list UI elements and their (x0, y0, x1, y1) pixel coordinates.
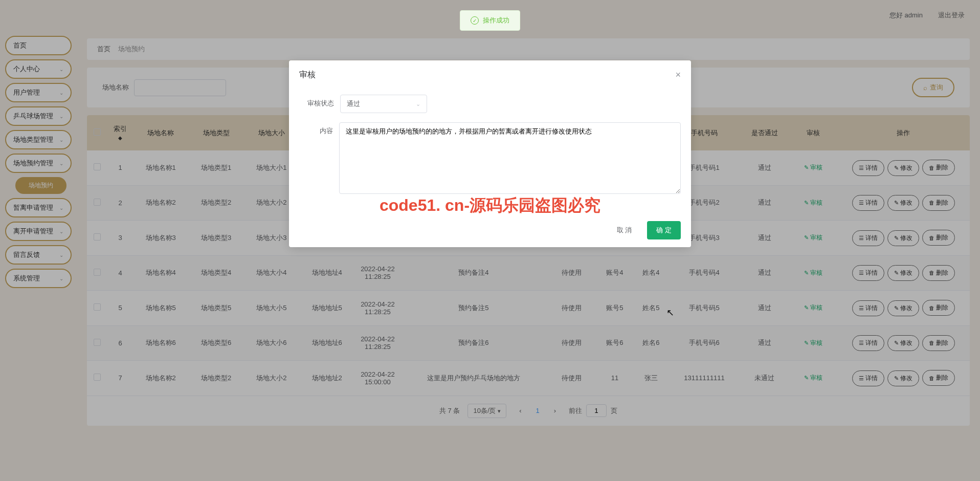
status-label: 审核状态 (299, 95, 340, 108)
modal-title: 审核 (299, 70, 316, 80)
confirm-button[interactable]: 确 定 (647, 221, 681, 239)
chevron-down-icon: ⌄ (416, 101, 420, 107)
success-toast: ✓ 操作成功 (460, 10, 520, 31)
content-textarea[interactable] (339, 122, 681, 194)
status-select[interactable]: 通过 ⌄ (340, 95, 427, 113)
toast-text: 操作成功 (483, 16, 509, 25)
check-icon: ✓ (471, 16, 479, 25)
content-label: 内容 (299, 122, 339, 136)
close-icon[interactable]: × (675, 70, 681, 80)
cancel-button[interactable]: 取 消 (608, 221, 641, 239)
status-value: 通过 (347, 99, 360, 108)
audit-modal: 审核 × 审核状态 通过 ⌄ 内容 取 消 确 定 (289, 60, 691, 247)
